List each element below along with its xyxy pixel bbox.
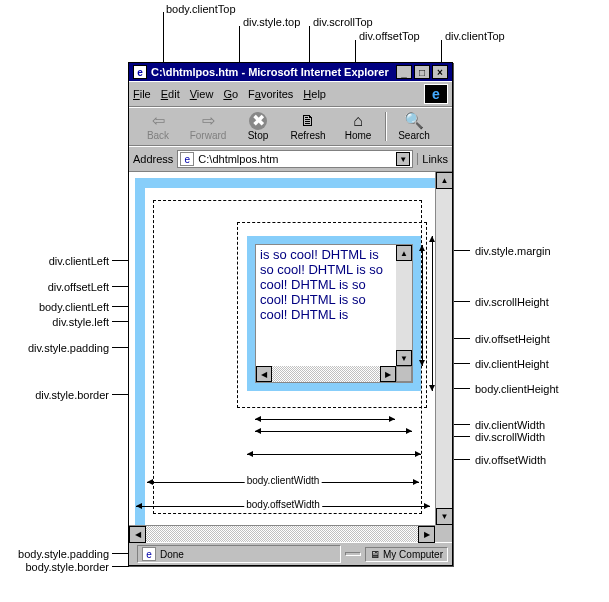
toolbar: ⇦ Back ⇨ Forward ✖ Stop 🗎 Refresh ⌂ Home… [129, 107, 452, 146]
scroll-up-icon[interactable]: ▲ [396, 245, 412, 261]
search-button[interactable]: 🔍 Search [389, 112, 439, 141]
titlebar[interactable]: e C:\dhtmlpos.htm - Microsoft Internet E… [129, 63, 452, 81]
label-div-offsetLeft: div.offsetLeft [48, 281, 109, 293]
dim-div-scrollWidth [255, 424, 412, 438]
viewport-scrollbar-horizontal[interactable]: ◀ ▶ [129, 525, 435, 542]
stop-button[interactable]: ✖ Stop [233, 112, 283, 141]
label-body-clientLeft: body.clientLeft [39, 301, 109, 313]
scroll-left-icon[interactable]: ◀ [129, 526, 146, 543]
back-button[interactable]: ⇦ Back [133, 112, 183, 141]
links-toolbar[interactable]: Links [417, 153, 448, 165]
div-content: is so cool! DHTML is so cool! DHTML is s… [256, 245, 396, 366]
forward-button[interactable]: ⇨ Forward [183, 112, 233, 141]
search-icon: 🔍 [389, 112, 439, 130]
scroll-up-icon[interactable]: ▲ [436, 172, 453, 189]
div-scrollbar-horizontal[interactable]: ◀ ▶ [256, 366, 396, 382]
dim-body-clientWidth: body.clientWidth [147, 472, 419, 492]
label-div-offsetWidth: div.offsetWidth [475, 454, 546, 466]
status-zone-text: My Computer [383, 549, 443, 560]
label-div-clientHeight: div.clientHeight [475, 358, 549, 370]
menu-help[interactable]: Help [303, 88, 326, 100]
label-div-style-margin: div.style.margin [475, 245, 551, 257]
scroll-left-icon[interactable]: ◀ [256, 366, 272, 382]
label-body-clientHeight: body.clientHeight [475, 383, 559, 395]
label-div-clientLeft: div.clientLeft [49, 255, 109, 267]
label-div-style-top: div.style.top [243, 16, 300, 28]
refresh-button[interactable]: 🗎 Refresh [283, 112, 333, 141]
dim-body-offsetWidth: body.offsetWidth [136, 496, 430, 516]
div-scrollbar-vertical[interactable]: ▲ ▼ [396, 245, 412, 366]
menu-favorites[interactable]: Favorites [248, 88, 293, 100]
status-empty-well [345, 552, 361, 556]
back-arrow-icon: ⇦ [133, 112, 183, 130]
stop-icon: ✖ [249, 112, 267, 130]
scroll-down-icon[interactable]: ▼ [436, 508, 453, 525]
label-body-clientTop: body.clientTop [166, 3, 236, 15]
label-div-clientWidth: div.clientWidth [475, 419, 545, 431]
status-done-text: Done [160, 549, 184, 560]
menu-file[interactable]: File [133, 88, 151, 100]
address-dropdown[interactable]: ▼ [396, 152, 410, 166]
viewport-scrollbar-vertical[interactable]: ▲ ▼ [435, 172, 452, 525]
scroll-right-icon[interactable]: ▶ [380, 366, 396, 382]
diagram-stage: body.clientTop div.style.top div.scrollT… [0, 0, 609, 602]
maximize-button[interactable]: □ [414, 65, 430, 79]
label-div-style-left: div.style.left [52, 316, 109, 328]
label-div-offsetTop: div.offsetTop [359, 30, 420, 42]
toolbar-separator [385, 112, 387, 141]
lead [112, 566, 142, 567]
label-div-scrollHeight: div.scrollHeight [475, 296, 549, 308]
status-done-well: e Done [137, 545, 341, 563]
viewport-corner [435, 525, 452, 542]
label-body-style-padding: body.style.padding [18, 548, 109, 560]
label-div-clientTop: div.clientTop [445, 30, 505, 42]
ie-logo-icon: e [424, 84, 448, 104]
address-value: C:\dhtmlpos.htm [198, 153, 278, 165]
computer-icon: 🖥 [370, 549, 380, 560]
menu-edit[interactable]: Edit [161, 88, 180, 100]
address-bar: Address e C:\dhtmlpos.htm ▼ Links [129, 146, 452, 172]
menu-view[interactable]: View [190, 88, 214, 100]
scroll-track[interactable] [146, 526, 418, 542]
status-zone-well: 🖥 My Computer [365, 547, 448, 562]
address-label: Address [133, 153, 173, 165]
scroll-track[interactable] [436, 189, 452, 508]
statusbar: e Done 🖥 My Computer [129, 542, 452, 565]
label-div-style-padding: div.style.padding [28, 342, 109, 354]
scroll-down-icon[interactable]: ▼ [396, 350, 412, 366]
page-icon: e [180, 152, 194, 166]
browser-window: e C:\dhtmlpos.htm - Microsoft Internet E… [128, 62, 453, 566]
menu-go[interactable]: Go [223, 88, 238, 100]
window-title: C:\dhtmlpos.htm - Microsoft Internet Exp… [151, 66, 389, 78]
refresh-icon: 🗎 [283, 112, 333, 130]
scroll-track[interactable] [396, 261, 412, 350]
viewport: is so cool! DHTML is so cool! DHTML is s… [129, 172, 452, 542]
label-div-scrollWidth: div.scrollWidth [475, 431, 545, 443]
label-body-style-border: body.style.border [25, 561, 109, 573]
scroll-track[interactable] [272, 366, 380, 382]
dim-div-offsetWidth [247, 447, 421, 461]
ie-icon: e [133, 65, 147, 79]
page-icon: e [142, 547, 156, 561]
address-field[interactable]: e C:\dhtmlpos.htm ▼ [177, 150, 413, 168]
label-div-offsetHeight: div.offsetHeight [475, 333, 550, 345]
div-scroll-corner [396, 366, 412, 382]
scroll-right-icon[interactable]: ▶ [418, 526, 435, 543]
minimize-button[interactable]: _ [396, 65, 412, 79]
label-div-scrollTop: div.scrollTop [313, 16, 373, 28]
menubar: File Edit View Go Favorites Help e [129, 81, 452, 107]
forward-arrow-icon: ⇨ [183, 112, 233, 130]
home-button[interactable]: ⌂ Home [333, 112, 383, 141]
close-button[interactable]: × [432, 65, 448, 79]
label-div-style-border: div.style.border [35, 389, 109, 401]
home-icon: ⌂ [333, 112, 383, 130]
